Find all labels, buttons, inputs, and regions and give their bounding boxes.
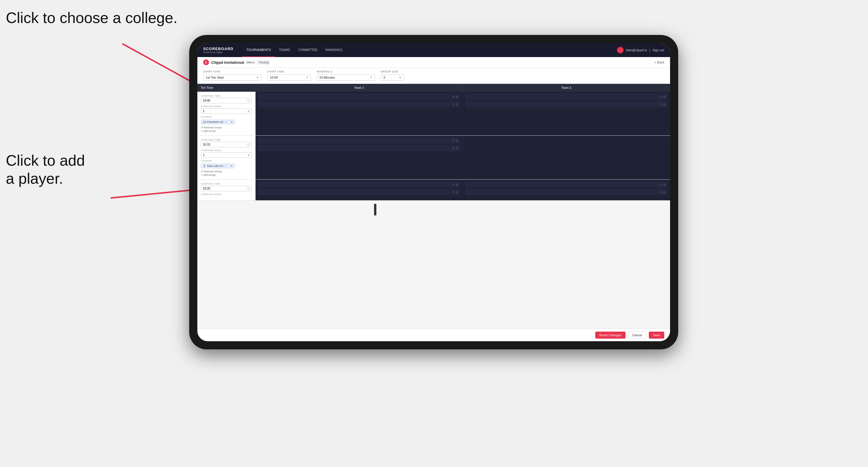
player-controls: ✕ ⇅: [452, 95, 458, 98]
course-field-2: COURSE: 🏌 East Lake GC ✕ ▼: [201, 160, 252, 168]
starting-time-field-3: STARTING TIME: 10:20 ⏱: [201, 183, 252, 191]
group-row: STARTING TIME: 10:00 ⏱ STARTING HOLE: 1 …: [197, 92, 670, 136]
clock5-icon: ⏱: [247, 187, 250, 190]
swap-player-btn[interactable]: ⇅: [456, 191, 458, 194]
scoreboard-logo: SCOREBOARD Powered by clippd: [203, 46, 234, 54]
intervals-input[interactable]: 10 Minutes ⏱: [317, 74, 375, 81]
player-row[interactable]: ✕ ⇅: [258, 93, 460, 100]
reset-button[interactable]: Reset Changes: [595, 332, 625, 339]
player-row[interactable]: ✕ ⇅: [465, 101, 668, 107]
swap-player-btn[interactable]: ⇅: [456, 95, 458, 98]
group-size-input[interactable]: 3 ▼: [381, 74, 404, 81]
starting-hole-label-2: STARTING HOLE:: [201, 149, 252, 152]
player-controls: ✕ ⇅: [659, 95, 665, 98]
starting-time-label-2: STARTING TIME:: [201, 138, 252, 141]
starting-hole-input-2[interactable]: 1 ▼: [201, 152, 252, 158]
user-email: blair@clippd.io: [626, 48, 647, 52]
separator: |: [649, 48, 650, 52]
tournament-title: C Clippd Invitational (Men) Hosting: [203, 59, 271, 65]
player-row[interactable]: ✕ ⇅: [465, 93, 668, 100]
remove-player-btn[interactable]: ✕: [659, 191, 662, 194]
remove-player-btn[interactable]: ✕: [452, 95, 454, 98]
starting-time-input-2[interactable]: 10:10 ⏱: [201, 142, 252, 147]
starting-hole-input-1[interactable]: 1 ▼: [201, 108, 252, 114]
start-time-label: Start Time: [267, 70, 311, 73]
nav-committee[interactable]: COMMITTEE: [294, 43, 322, 57]
sign-out-link[interactable]: Sign out: [653, 48, 664, 52]
player-row[interactable]: ✕ ⇅: [258, 145, 460, 151]
chevron-course2-icon: ▼: [230, 164, 233, 167]
player-controls: ✕ ⇅: [659, 103, 665, 106]
clock2-icon: ⏱: [370, 76, 372, 79]
remove-group-2[interactable]: ↺ Remove Group: [201, 170, 252, 173]
user-avatar: [617, 47, 623, 53]
chevron-down2-icon: ▼: [399, 76, 401, 79]
player-row[interactable]: ✕ ⇅: [258, 101, 460, 107]
team1-cell-2: ✕ ⇅ ✕ ⇅: [255, 136, 463, 179]
logo-title: SCOREBOARD: [203, 46, 234, 51]
swap-player-btn[interactable]: ⇅: [456, 103, 458, 106]
course-tag-2[interactable]: 🏌 East Lake GC ✕ ▼: [201, 164, 235, 168]
team2-cell-3: ✕ ⇅ ✕ ⇅: [463, 180, 670, 200]
group-left-3: STARTING TIME: 10:20 ⏱ STARTING HOLE:: [197, 180, 255, 200]
swap-player-btn[interactable]: ⇅: [663, 103, 665, 106]
save-button[interactable]: Save: [649, 332, 664, 339]
swap-player-btn[interactable]: ⇅: [456, 147, 458, 150]
cancel-button[interactable]: Cancel: [628, 331, 647, 339]
remove-player-btn[interactable]: ✕: [452, 139, 454, 143]
tournament-header: C Clippd Invitational (Men) Hosting < Ba…: [197, 57, 670, 68]
starting-time-input-1[interactable]: 10:00 ⏱: [201, 98, 252, 103]
swap-player-btn[interactable]: ⇅: [663, 191, 665, 194]
player-controls: ✕ ⇅: [659, 183, 665, 186]
player-controls: ✕ ⇅: [452, 139, 458, 143]
player-row[interactable]: ✕ ⇅: [258, 137, 460, 144]
group-left-1: STARTING TIME: 10:00 ⏱ STARTING HOLE: 1 …: [197, 92, 255, 135]
nav-teams[interactable]: TEAMS: [275, 43, 294, 57]
player-controls: ✕ ⇅: [452, 183, 458, 186]
tournament-name: Clippd Invitational: [211, 60, 244, 65]
start-time-group: Start Time 10:00 ⏱: [267, 70, 311, 81]
swap-player-btn[interactable]: ⇅: [663, 95, 665, 98]
course-tag-1[interactable]: (A) Peachtree GC ✕ ▼: [201, 120, 235, 124]
remove-player-btn[interactable]: ✕: [452, 103, 454, 106]
start-type-input[interactable]: 1st Tee Start ▼: [203, 74, 261, 81]
swap-player-btn[interactable]: ⇅: [456, 183, 458, 186]
add-group-2[interactable]: + Add Group: [201, 174, 252, 177]
player-row[interactable]: ✕ ⇅: [258, 181, 460, 188]
add-group-1[interactable]: + Add Group: [201, 130, 252, 132]
starting-time-input-3[interactable]: 10:20 ⏱: [201, 186, 252, 191]
player-row[interactable]: ✕ ⇅: [258, 189, 460, 195]
remove-course-2[interactable]: ✕: [225, 165, 227, 167]
table-body: STARTING TIME: 10:00 ⏱ STARTING HOLE: 1 …: [197, 92, 670, 329]
start-type-group: Start Type 1st Tee Start ▼: [203, 70, 261, 81]
start-time-input[interactable]: 10:00 ⏱: [267, 74, 311, 81]
chevron-hole1-icon: ▼: [247, 110, 250, 113]
nav-links: TOURNAMENTS TEAMS COMMITTEE RANKINGS: [242, 43, 346, 57]
player-controls: ✕ ⇅: [452, 191, 458, 194]
swap-player-btn[interactable]: ⇅: [456, 139, 458, 143]
remove-player-btn[interactable]: ✕: [452, 147, 454, 150]
starting-hole-field-1: STARTING HOLE: 1 ▼: [201, 105, 252, 114]
th-tee-time: Tee Time: [197, 84, 255, 92]
nav-tournaments[interactable]: TOURNAMENTS: [242, 43, 275, 57]
team1-cell-3: ✕ ⇅ ✕ ⇅: [255, 180, 463, 200]
remove-player-btn[interactable]: ✕: [452, 191, 454, 194]
th-team1: Team 1: [255, 84, 463, 92]
remove-group-1[interactable]: ↺ Remove Group: [201, 126, 252, 129]
back-link[interactable]: < Back: [654, 61, 664, 64]
remove-player-btn[interactable]: ✕: [452, 183, 454, 186]
remove-course-1[interactable]: ✕: [225, 121, 227, 123]
remove-player-btn[interactable]: ✕: [659, 103, 662, 106]
nav-rankings[interactable]: RANKINGS: [322, 43, 346, 57]
player-row[interactable]: ✕ ⇅: [465, 181, 668, 188]
player-row[interactable]: ✕ ⇅: [465, 189, 668, 195]
remove-player-btn[interactable]: ✕: [659, 95, 662, 98]
clock-icon: ⏱: [306, 76, 308, 79]
player-controls: ✕ ⇅: [452, 103, 458, 106]
group-size-group: Group Size 3 ▼: [381, 70, 404, 81]
remove-player-btn[interactable]: ✕: [659, 183, 662, 186]
starting-time-label-1: STARTING TIME:: [201, 95, 252, 97]
starting-hole-label-3: STARTING HOLE:: [201, 193, 252, 196]
bottom-bar: Reset Changes Cancel Save: [197, 329, 670, 341]
swap-player-btn[interactable]: ⇅: [663, 183, 665, 186]
